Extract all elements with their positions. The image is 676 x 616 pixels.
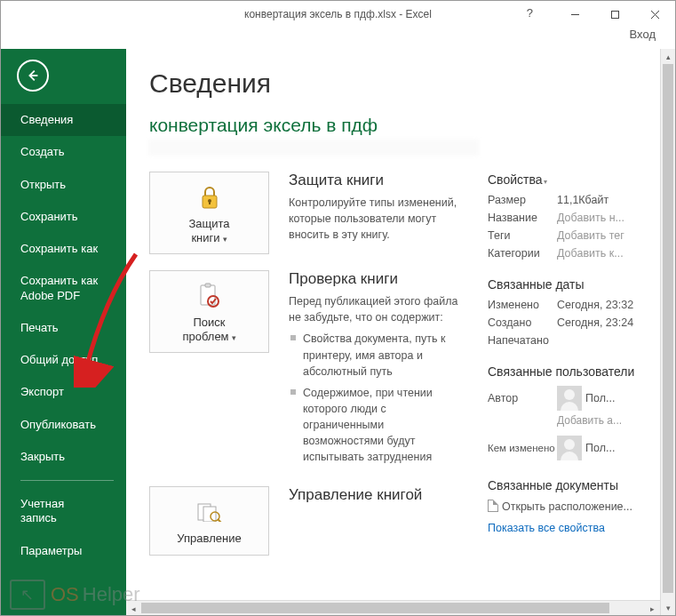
protect-body: Контролируйте типы изменений, которые по… — [289, 195, 462, 243]
scroll-right-arrow[interactable]: ▸ — [645, 601, 660, 615]
checklist-icon — [195, 280, 224, 312]
sidebar-separator — [20, 480, 114, 481]
sidebar-item-share[interactable]: Общий доступ — [1, 344, 126, 376]
prop-title-val[interactable]: Добавить н... — [557, 212, 652, 224]
open-location-link[interactable]: Открыть расположение... — [502, 500, 632, 513]
file-path — [149, 140, 478, 156]
prop-printed-val — [557, 334, 652, 347]
sidebar-item-new[interactable]: Создать — [1, 136, 126, 168]
manage-icon — [195, 496, 224, 528]
author-key: Автор — [488, 392, 557, 404]
properties-panel: Свойства▾ Размер11,1Кбайт НазваниеДобави… — [488, 172, 652, 534]
scroll-down-arrow[interactable]: ▾ — [661, 600, 675, 615]
avatar-icon — [557, 436, 582, 460]
inspect-header: Проверка книги — [289, 270, 462, 288]
related-dates-header: Связанные даты — [488, 277, 652, 292]
sidebar-item-print[interactable]: Печать — [1, 312, 126, 344]
author-val: Пол... — [585, 392, 652, 404]
svg-rect-1 — [612, 11, 619, 18]
svg-rect-7 — [209, 201, 211, 204]
file-name: конвертация эксель в пдф — [149, 115, 639, 136]
sidebar-item-info[interactable]: Сведения — [1, 104, 126, 136]
related-docs-header: Связанные документы — [488, 478, 652, 492]
vertical-scrollbar[interactable]: ▴ ▾ — [660, 49, 675, 615]
backstage-sidebar: Сведения Создать Открыть Сохранить Сохра… — [1, 49, 126, 615]
prop-tags-val[interactable]: Добавить тег — [557, 229, 652, 242]
excel-backstage-window: конвертация эксель в пдф.xlsx - Excel ? … — [0, 0, 676, 616]
chevron-down-icon: ▾ — [544, 178, 547, 186]
chevron-down-icon: ▾ — [232, 333, 236, 342]
page-title: Сведения — [149, 68, 639, 99]
inspect-workbook-button[interactable]: Поиск проблем▾ — [149, 270, 269, 353]
add-author-link[interactable]: Добавить а... — [557, 414, 652, 427]
help-button[interactable]: ? — [527, 6, 533, 20]
close-button[interactable] — [635, 1, 675, 28]
window-title: конвертация эксель в пдф.xlsx - Excel — [244, 8, 432, 20]
svg-rect-12 — [203, 507, 216, 522]
login-link[interactable]: Вход — [1, 28, 675, 49]
prop-size-val: 11,1Кбайт — [557, 194, 652, 206]
prop-created-val: Сегодня, 23:24 — [557, 316, 652, 329]
inspect-body: Перед публикацией этого файла не забудьт… — [289, 295, 457, 324]
maximize-button[interactable] — [595, 1, 635, 28]
main-panel: Сведения конвертация эксель в пдф — [126, 49, 675, 615]
properties-header[interactable]: Свойства▾ — [488, 172, 652, 187]
protect-header: Защита книги — [289, 172, 462, 189]
horizontal-scrollbar[interactable]: ◂ ▸ — [126, 600, 660, 615]
sidebar-item-publish[interactable]: Опубликовать — [1, 409, 126, 441]
protect-workbook-button[interactable]: Защита книги▾ — [149, 172, 269, 254]
sidebar-item-options[interactable]: Параметры — [1, 535, 126, 567]
scroll-thumb[interactable] — [141, 603, 609, 613]
prop-size-key: Размер — [488, 194, 557, 206]
manage-workbook-button[interactable]: Управление — [149, 486, 269, 556]
monitor-icon — [10, 580, 45, 610]
scroll-up-arrow[interactable]: ▴ — [661, 49, 675, 64]
watermark: OS Helper — [10, 580, 140, 610]
inspect-item: Содержимое, при чтении которого люди с о… — [289, 385, 462, 466]
svg-rect-9 — [205, 284, 211, 287]
scroll-thumb[interactable] — [663, 64, 673, 593]
svg-line-14 — [218, 519, 221, 522]
titlebar: конвертация эксель в пдф.xlsx - Excel ? — [1, 1, 675, 28]
changed-by-val: Пол... — [585, 442, 652, 454]
minimize-button[interactable] — [555, 1, 595, 28]
manage-header: Управление книгой — [289, 486, 462, 504]
show-all-properties-link[interactable]: Показать все свойства — [488, 522, 652, 534]
prop-categories-key: Категории — [488, 247, 557, 260]
sidebar-item-export[interactable]: Экспорт — [1, 376, 126, 408]
manage-btn-label: Управление — [177, 532, 241, 545]
inspect-btn-label: Поиск проблем — [182, 316, 228, 343]
related-users-header: Связанные пользователи — [488, 364, 652, 379]
prop-tags-key: Теги — [488, 229, 557, 242]
sidebar-item-saveas[interactable]: Сохранить как — [1, 233, 126, 265]
sidebar-item-saveas-pdf[interactable]: Сохранить как Adobe PDF — [1, 265, 126, 312]
back-button[interactable] — [17, 60, 49, 92]
sidebar-item-close[interactable]: Закрыть — [1, 441, 126, 473]
document-icon — [488, 500, 498, 512]
prop-categories-val[interactable]: Добавить к... — [557, 247, 652, 260]
chevron-down-icon: ▾ — [223, 235, 227, 244]
prop-created-key: Создано — [488, 316, 557, 329]
inspect-item: Свойства документа, путь к принтеру, имя… — [289, 331, 462, 379]
avatar-icon — [557, 386, 582, 411]
sidebar-item-open[interactable]: Открыть — [1, 169, 126, 201]
prop-modified-key: Изменено — [488, 299, 557, 311]
lock-icon — [195, 181, 224, 213]
prop-printed-key: Напечатано — [488, 334, 557, 347]
prop-title-key: Название — [488, 212, 557, 224]
sidebar-item-account[interactable]: Учетная запись — [1, 488, 126, 535]
prop-modified-val: Сегодня, 23:32 — [557, 299, 652, 311]
sidebar-item-save[interactable]: Сохранить — [1, 201, 126, 233]
changed-by-key: Кем изменено — [488, 443, 557, 454]
